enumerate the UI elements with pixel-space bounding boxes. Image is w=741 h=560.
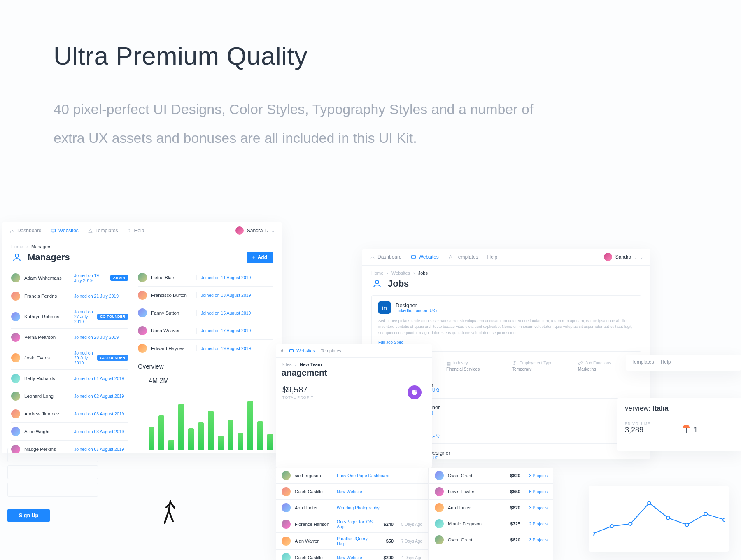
avatar (11, 312, 20, 321)
avatar (11, 353, 20, 362)
bar (247, 401, 253, 450)
svg-point-2 (15, 254, 19, 257)
breadcrumb: Home› Websites› Jobs (362, 266, 650, 277)
manager-row[interactable]: Verna Pearson Joined on 28 July 2019 (11, 329, 128, 346)
job-main-card[interactable]: in Designer LinkedIn, London (UK) Sed ut… (371, 295, 641, 352)
meta-icon: ⏱ (512, 360, 517, 366)
pie-chart-icon[interactable] (408, 385, 422, 399)
manager-row[interactable]: Francis Perkins Joined on 21 July 2019 (11, 287, 128, 305)
signup-panel: Sign Up (7, 445, 98, 560)
avatar (11, 333, 20, 342)
avatar (435, 519, 444, 528)
input-field[interactable] (7, 448, 98, 462)
manager-row[interactable]: Andrew Jimenez Joined on 03 August 2019 (11, 405, 128, 423)
input-field[interactable] (7, 465, 98, 479)
manager-joined: Joined on 21 July 2019 (74, 294, 128, 299)
avatar (282, 471, 291, 480)
sign-up-button[interactable]: Sign Up (7, 509, 50, 522)
profit-value: $9,587 (282, 385, 313, 394)
tab-websites[interactable]: Websites (289, 348, 315, 353)
table-row[interactable]: sie Ferguson Easy One Page Dashboard (276, 468, 428, 484)
manager-row[interactable]: Betty Richards Joined on 01 August 2019 (11, 370, 128, 387)
table-row[interactable]: Florence Hanson One-Pager for iOS App $2… (276, 516, 428, 533)
tab-dashboard[interactable]: Dashboard (370, 254, 402, 260)
manager-row[interactable]: Francisco Burton Joined on 13 August 201… (138, 287, 273, 304)
tab-templates[interactable]: Templates (88, 228, 118, 233)
tab-templates[interactable]: Templates (321, 348, 341, 353)
hero-subtitle: 40 pixel-perfect UI Designs, Color Style… (54, 95, 548, 152)
manager-name: Francis Perkins (24, 294, 65, 299)
tab-websites[interactable]: Websites (411, 254, 439, 260)
manager-row[interactable]: Leonard Long Joined on 02 August 2019 (11, 387, 128, 405)
avatar (282, 520, 291, 529)
avatar (11, 409, 20, 418)
avatar (11, 273, 20, 282)
role-badge: CO-FOUNDER (97, 355, 128, 361)
tab-templates[interactable]: Templates (448, 254, 478, 260)
user-menu[interactable]: Sandra T. ⌄ (235, 226, 275, 235)
table-row[interactable]: Caleb Castillo New Website $200 4 Days A… (276, 550, 428, 560)
avatar (435, 487, 444, 496)
manager-name: Andrew Jimenez (24, 411, 65, 416)
bar (208, 411, 214, 450)
tab-help[interactable]: Help (487, 254, 498, 260)
table-row[interactable]: Minnie Ferguson $725 2 Projects (429, 516, 553, 532)
tab-templates[interactable]: Templates (631, 359, 654, 365)
table-row[interactable]: Owen Grant $620 3 Projects (429, 532, 553, 548)
table-row[interactable]: Ann Hunter $620 3 Projects (429, 500, 553, 516)
manager-row[interactable]: Adam Whitemans Joined on 19 July 2019 AD… (11, 269, 128, 287)
user-icon (11, 252, 23, 263)
manager-row[interactable]: Hettie Blair Joined on 11 August 2019 (138, 269, 273, 287)
projects-table: sie Ferguson Easy One Page Dashboard Cal… (276, 468, 428, 560)
input-field[interactable] (7, 483, 98, 497)
manager-joined: Joined on 27 July 2019 (74, 309, 93, 324)
hero-title: Ultra Premium Quality (54, 41, 548, 70)
tab-d[interactable]: d (281, 348, 283, 353)
job-title: Designer (396, 302, 437, 308)
manager-name: Rosa Weaver (151, 328, 192, 333)
table-row[interactable]: Caleb Castillo New Website (276, 484, 428, 500)
user-menu[interactable]: Sandra T.⌄ (604, 253, 643, 261)
manager-name: Fanny Sutton (151, 310, 192, 315)
manager-row[interactable]: Alice Wright Joined on 03 August 2019 (11, 423, 128, 441)
management-title: anagement (276, 368, 432, 381)
meta-icon: ▦ (446, 360, 451, 366)
table-row[interactable]: Ann Hunter Wedding Photography (276, 500, 428, 516)
avatar (435, 535, 444, 544)
avatar (138, 326, 147, 335)
manager-name: Leonard Long (24, 394, 65, 399)
avatar (282, 503, 291, 512)
topbar-snippet: Templates Help (626, 355, 741, 371)
manager-row[interactable]: Fanny Sutton Joined on 15 August 2019 (138, 304, 273, 322)
chevron-down-icon: ⌄ (271, 229, 275, 233)
avatar (11, 292, 20, 301)
table-row[interactable]: Lewis Fowler $550 5 Projects (429, 484, 553, 500)
manager-joined: Joined on 29 July 2019 (74, 350, 93, 365)
role-badge: CO-FOUNDER (97, 314, 128, 320)
y-tick: 4M (149, 377, 158, 384)
manager-joined: Joined on 01 August 2019 (74, 376, 128, 381)
table-row[interactable]: Alan Warren Parallax JQuery Help $50 7 D… (276, 533, 428, 550)
manager-row[interactable]: Kathryn Robbins Joined on 27 July 2019 C… (11, 305, 128, 329)
manager-row[interactable]: Josie Evans Joined on 29 July 2019 CO-FO… (11, 346, 128, 370)
manager-joined: Joined on 19 August 2019 (201, 346, 273, 351)
extra-value: 1 (694, 426, 698, 434)
tab-dashboard[interactable]: Dashboard (9, 228, 42, 233)
manager-joined: Joined on 03 August 2019 (74, 411, 128, 416)
avatar (11, 427, 20, 436)
bar (168, 440, 174, 450)
tab-websites[interactable]: Websites (51, 228, 79, 233)
manager-row[interactable]: Rosa Weaver Joined on 17 August 2019 (138, 322, 273, 340)
tab-help[interactable]: ? Help (127, 228, 144, 233)
svg-point-10 (666, 516, 670, 520)
tab-help[interactable]: Help (661, 359, 671, 365)
avatar (11, 392, 20, 401)
manager-row[interactable]: Edward Haynes Joined on 19 August 2019 (138, 340, 273, 357)
user-avatar (604, 253, 612, 261)
job-company: LinkedIn, London (UK) (396, 308, 437, 313)
manager-joined: Joined on 17 August 2019 (201, 328, 273, 333)
avatar (138, 273, 147, 282)
add-button[interactable]: + Add (247, 252, 273, 263)
table-row[interactable]: Owen Grant $620 3 Projects (429, 468, 553, 484)
profit-label: TOTAL PROFIT (282, 395, 313, 399)
